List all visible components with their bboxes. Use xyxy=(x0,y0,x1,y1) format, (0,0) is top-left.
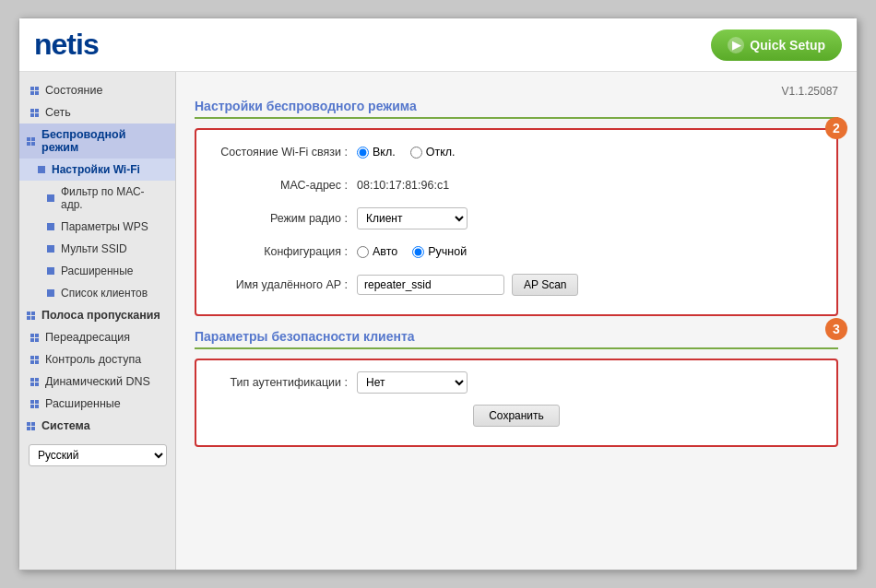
radio-mode-select[interactable]: Клиент Точка доступа Повторитель xyxy=(357,207,468,229)
sidebar-item-wifi-settings[interactable]: Настройки Wi-Fi xyxy=(19,159,175,181)
sidebar-item-ddns[interactable]: Динамический DNS xyxy=(19,370,175,393)
config-auto-input[interactable] xyxy=(357,246,369,258)
sidebar-item-advanced-wifi[interactable]: Расширенные xyxy=(19,260,175,282)
grid-icon xyxy=(30,378,39,386)
blue-square-icon xyxy=(47,223,54,230)
blue-square-icon xyxy=(47,194,54,202)
blue-square-icon xyxy=(47,289,54,297)
header: netis ▶ Quick Setup xyxy=(19,18,857,72)
auth-type-label: Тип аутентификации : xyxy=(209,376,357,389)
grid-icon xyxy=(30,334,39,342)
main-content: V1.1.25087 1 Настройки беспроводного реж… xyxy=(176,72,857,570)
auth-type-select[interactable]: Нет WEP WPA-PSK WPA2-PSK xyxy=(357,371,468,394)
config-auto-radio[interactable]: Авто xyxy=(357,245,397,258)
sidebar-item-wireless[interactable]: Беспроводной режим xyxy=(19,123,175,159)
mac-label: МАС-адрес : xyxy=(209,179,357,192)
sidebar-item-wps[interactable]: Параметры WPS xyxy=(19,216,175,238)
wifi-status-section: 2 Состояние Wi-Fi связи : Вкл. От xyxy=(195,128,838,316)
security-title: Параметры безопасности клиента xyxy=(195,329,838,349)
sidebar-item-extended[interactable]: Расширенные xyxy=(19,393,175,415)
sidebar-item-multi-ssid[interactable]: Мульти SSID xyxy=(19,238,175,260)
remote-ap-label: Имя удалённого АР : xyxy=(209,278,357,291)
wifi-on-input[interactable] xyxy=(357,147,369,159)
sidebar-item-status[interactable]: Состояние xyxy=(19,79,175,101)
logo: netis xyxy=(34,28,99,62)
quick-setup-icon: ▶ xyxy=(728,37,744,53)
mac-value: 08:10:17:81:96:c1 xyxy=(357,179,449,192)
remote-ap-input[interactable] xyxy=(357,275,504,295)
sidebar: Состояние Сеть Беспроводной режим Настро… xyxy=(19,72,176,570)
language-select[interactable]: Русский English xyxy=(29,444,167,466)
wifi-status-form: Состояние Wi-Fi связи : Вкл. Откл. xyxy=(195,128,838,316)
remote-ap-row: Имя удалённого АР : AP Scan xyxy=(209,272,823,298)
wifi-settings-title: Настройки беспроводного режима xyxy=(195,99,838,119)
badge-3: 3 xyxy=(825,318,847,340)
sidebar-item-bandwidth[interactable]: Полоса пропускания xyxy=(19,304,175,326)
config-label: Конфигурация : xyxy=(209,245,357,258)
security-form: Тип аутентификации : Нет WEP WPA-PSK WPA… xyxy=(195,359,838,447)
blue-square-icon xyxy=(38,166,45,173)
ap-scan-button[interactable]: AP Scan xyxy=(512,274,578,296)
radio-mode-row: Режим радио : Клиент Точка доступа Повто… xyxy=(209,206,823,231)
grid-icon xyxy=(30,400,39,408)
grid-icon xyxy=(30,109,39,117)
sidebar-item-system[interactable]: Система xyxy=(19,415,175,437)
grid-icon xyxy=(30,87,39,95)
sidebar-item-redirect[interactable]: Переадресация xyxy=(19,326,175,348)
wifi-status-label: Состояние Wi-Fi связи : xyxy=(209,146,357,159)
blue-square-icon xyxy=(47,267,54,275)
grid-icon xyxy=(27,422,35,430)
security-section: 3 Параметры безопасности клиента Тип аут… xyxy=(195,329,838,447)
sidebar-item-client-list[interactable]: Список клиентов xyxy=(19,282,175,304)
grid-icon xyxy=(30,356,39,364)
save-row: Сохранить xyxy=(209,403,823,429)
sidebar-item-access-control[interactable]: Контроль доступа xyxy=(19,348,175,370)
badge-2: 2 xyxy=(825,117,847,139)
wifi-off-input[interactable] xyxy=(410,147,422,159)
mac-row: МАС-адрес : 08:10:17:81:96:c1 xyxy=(209,172,823,198)
config-manual-radio[interactable]: Ручной xyxy=(412,245,467,258)
quick-setup-button[interactable]: ▶ Quick Setup xyxy=(711,29,842,61)
radio-mode-label: Режим радио : xyxy=(209,212,357,225)
wifi-off-radio[interactable]: Откл. xyxy=(410,146,456,159)
wifi-on-radio[interactable]: Вкл. xyxy=(357,146,396,159)
grid-icon xyxy=(27,137,35,146)
save-button[interactable]: Сохранить xyxy=(473,405,560,427)
grid-icon xyxy=(27,312,35,320)
version-label: V1.1.25087 xyxy=(782,85,838,98)
body: Состояние Сеть Беспроводной режим Настро… xyxy=(19,72,857,570)
sidebar-item-network[interactable]: Сеть xyxy=(19,101,175,123)
wifi-status-radio-group: Вкл. Откл. xyxy=(357,146,456,159)
sidebar-item-mac-filter[interactable]: Фильтр по МАС-адр. xyxy=(19,181,175,216)
wifi-status-row: Состояние Wi-Fi связи : Вкл. Откл. xyxy=(209,139,823,165)
config-manual-input[interactable] xyxy=(412,246,424,258)
config-radio-group: Авто Ручной xyxy=(357,245,467,258)
config-row: Конфигурация : Авто Ручной xyxy=(209,239,823,265)
blue-square-icon xyxy=(47,245,54,253)
auth-type-row: Тип аутентификации : Нет WEP WPA-PSK WPA… xyxy=(209,370,823,395)
